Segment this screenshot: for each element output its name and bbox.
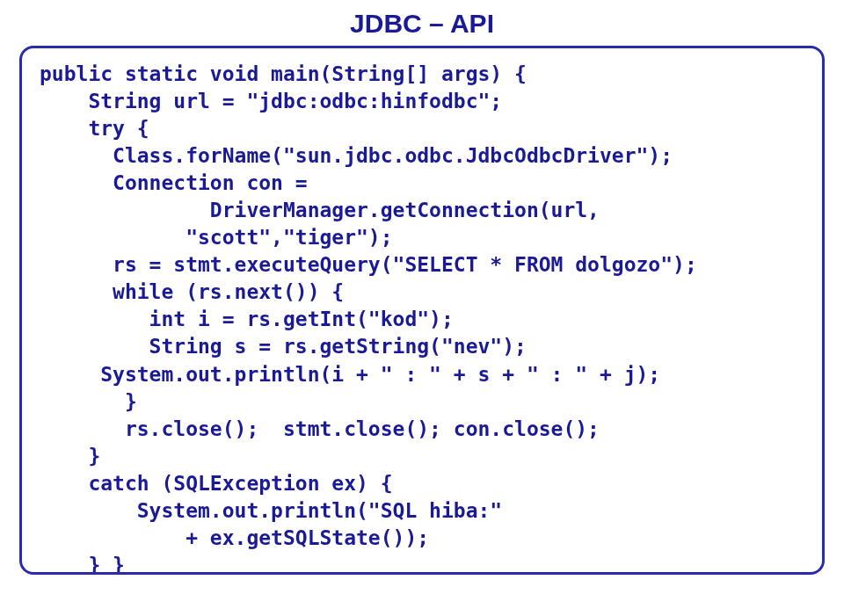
slide: JDBC – API public static void main(Strin…: [0, 0, 844, 616]
slide-title: JDBC – API: [0, 0, 844, 46]
code-box: public static void main(String[] args) {…: [19, 46, 825, 575]
code-block: public static void main(String[] args) {…: [40, 61, 804, 575]
